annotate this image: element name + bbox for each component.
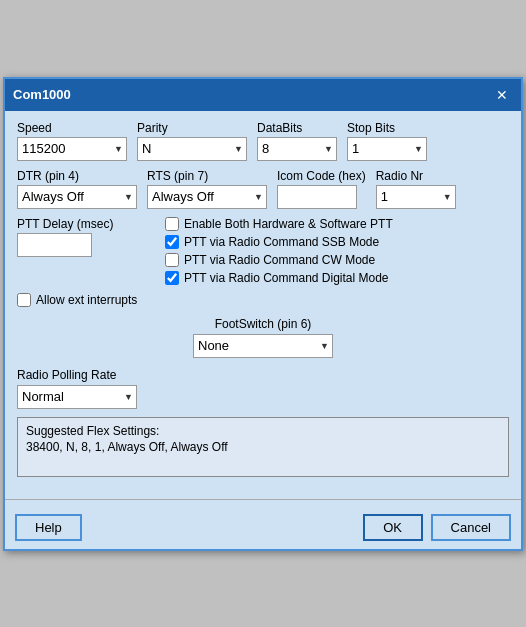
speed-select-wrapper: 9600 19200 38400 57600 115200 xyxy=(17,137,127,161)
ptt-cw-item: PTT via Radio Command CW Mode xyxy=(165,253,509,267)
allow-interrupts-row: Allow ext interrupts xyxy=(17,293,509,307)
ok-cancel-group: OK Cancel xyxy=(363,514,511,541)
ptt-right: Enable Both Hardware & Software PTT PTT … xyxy=(147,217,509,285)
ptt-cw-label: PTT via Radio Command CW Mode xyxy=(184,253,375,267)
close-button[interactable]: ✕ xyxy=(491,84,513,106)
parity-select-wrapper: N E O xyxy=(137,137,247,161)
pttdelay-label: PTT Delay (msec) xyxy=(17,217,147,231)
row-dtr-rts: DTR (pin 4) Always Off Always On PTT RTS… xyxy=(17,169,509,209)
enable-both-checkbox[interactable] xyxy=(165,217,179,231)
parity-label: Parity xyxy=(137,121,247,135)
allow-interrupts-checkbox[interactable] xyxy=(17,293,31,307)
databits-label: DataBits xyxy=(257,121,337,135)
rts-select-wrapper: Always Off Always On PTT xyxy=(147,185,267,209)
suggested-box: Suggested Flex Settings: 38400, N, 8, 1,… xyxy=(17,417,509,477)
row-speed-parity: Speed 9600 19200 38400 57600 115200 Pari… xyxy=(17,121,509,161)
footswitch-label: FootSwitch (pin 6) xyxy=(215,317,312,331)
stopbits-label: Stop Bits xyxy=(347,121,427,135)
parity-select[interactable]: N E O xyxy=(137,137,247,161)
rts-label: RTS (pin 7) xyxy=(147,169,267,183)
ptt-ssb-label: PTT via Radio Command SSB Mode xyxy=(184,235,379,249)
allow-interrupts-label: Allow ext interrupts xyxy=(36,293,137,307)
title-bar: Com1000 ✕ xyxy=(5,79,521,111)
pttdelay-group: PTT Delay (msec) 30 xyxy=(17,217,147,257)
pttdelay-input[interactable]: 30 xyxy=(17,233,92,257)
window-title: Com1000 xyxy=(13,87,71,102)
speed-label: Speed xyxy=(17,121,127,135)
divider xyxy=(5,499,521,500)
rts-group: RTS (pin 7) Always Off Always On PTT xyxy=(147,169,267,209)
ptt-ssb-item: PTT via Radio Command SSB Mode xyxy=(165,235,509,249)
icomcode-label: Icom Code (hex) xyxy=(277,169,366,183)
bottom-buttons: Help OK Cancel xyxy=(5,508,521,549)
polling-select[interactable]: Normal Slow Fast Off xyxy=(17,385,137,409)
polling-select-wrapper: Normal Slow Fast Off xyxy=(17,385,137,409)
enable-both-item: Enable Both Hardware & Software PTT xyxy=(165,217,509,231)
cancel-button[interactable]: Cancel xyxy=(431,514,511,541)
enable-both-label: Enable Both Hardware & Software PTT xyxy=(184,217,393,231)
stopbits-select-wrapper: 1 2 xyxy=(347,137,427,161)
suggested-title: Suggested Flex Settings: xyxy=(26,424,500,438)
databits-select-wrapper: 7 8 xyxy=(257,137,337,161)
ptt-digital-checkbox[interactable] xyxy=(165,271,179,285)
radionr-group: Radio Nr 1 2 3 4 xyxy=(376,169,456,209)
ptt-digital-item: PTT via Radio Command Digital Mode xyxy=(165,271,509,285)
dtr-select[interactable]: Always Off Always On PTT xyxy=(17,185,137,209)
footswitch-select[interactable]: None PTT CW xyxy=(193,334,333,358)
ptt-checkboxes: Enable Both Hardware & Software PTT PTT … xyxy=(165,217,509,285)
icomcode-input[interactable]: 0 xyxy=(277,185,357,209)
databits-select[interactable]: 7 8 xyxy=(257,137,337,161)
polling-label: Radio Polling Rate xyxy=(17,368,509,382)
radionr-label: Radio Nr xyxy=(376,169,456,183)
footswitch-select-wrapper: None PTT CW xyxy=(193,334,333,358)
dtr-group: DTR (pin 4) Always Off Always On PTT xyxy=(17,169,137,209)
parity-group: Parity N E O xyxy=(137,121,247,161)
icomcode-group: Icom Code (hex) 0 xyxy=(277,169,366,209)
footswitch-section: FootSwitch (pin 6) None PTT CW xyxy=(17,317,509,358)
ok-button[interactable]: OK xyxy=(363,514,423,541)
speed-select[interactable]: 9600 19200 38400 57600 115200 xyxy=(17,137,127,161)
ptt-ssb-checkbox[interactable] xyxy=(165,235,179,249)
ptt-digital-label: PTT via Radio Command Digital Mode xyxy=(184,271,389,285)
stopbits-group: Stop Bits 1 2 xyxy=(347,121,427,161)
polling-section: Radio Polling Rate Normal Slow Fast Off xyxy=(17,368,509,409)
ptt-left: PTT Delay (msec) 30 xyxy=(17,217,147,257)
radionr-select[interactable]: 1 2 3 4 xyxy=(376,185,456,209)
dtr-label: DTR (pin 4) xyxy=(17,169,137,183)
help-button[interactable]: Help xyxy=(15,514,82,541)
ptt-section: PTT Delay (msec) 30 Enable Both Hardware… xyxy=(17,217,509,285)
radionr-select-wrapper: 1 2 3 4 xyxy=(376,185,456,209)
databits-group: DataBits 7 8 xyxy=(257,121,337,161)
main-window: Com1000 ✕ Speed 9600 19200 38400 57600 1… xyxy=(3,77,523,551)
rts-select[interactable]: Always Off Always On PTT xyxy=(147,185,267,209)
dtr-select-wrapper: Always Off Always On PTT xyxy=(17,185,137,209)
speed-group: Speed 9600 19200 38400 57600 115200 xyxy=(17,121,127,161)
ptt-cw-checkbox[interactable] xyxy=(165,253,179,267)
suggested-value: 38400, N, 8, 1, Always Off, Always Off xyxy=(26,440,500,454)
stopbits-select[interactable]: 1 2 xyxy=(347,137,427,161)
content-area: Speed 9600 19200 38400 57600 115200 Pari… xyxy=(5,111,521,497)
